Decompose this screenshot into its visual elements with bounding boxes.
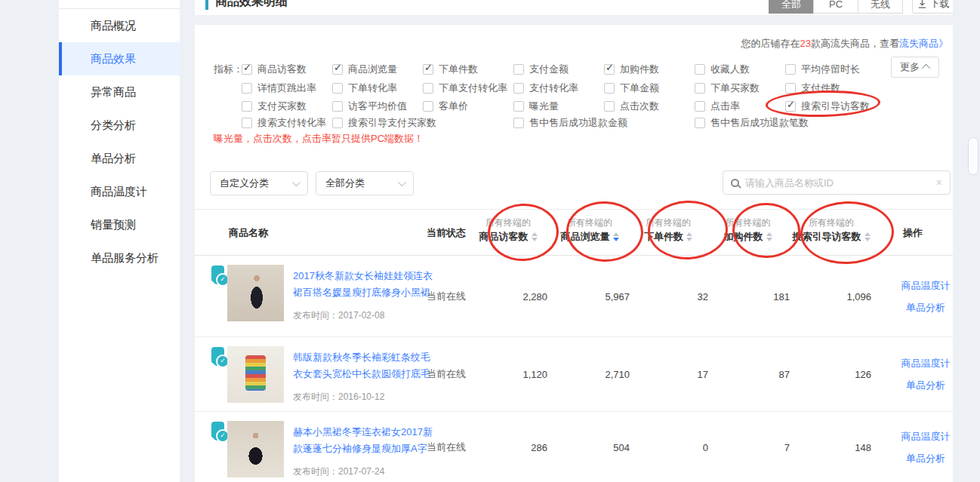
sidebar-item-category-analysis[interactable]: 分类分析 (59, 109, 180, 142)
checkbox-refund-amount[interactable] (513, 118, 524, 128)
col-header-pageviews[interactable]: 所有终端的 商品浏览量 (548, 216, 631, 244)
metric-item: 售中售后成功退款金额 (513, 116, 627, 130)
sort-arrows[interactable] (532, 232, 538, 241)
chevron-down-icon (292, 178, 300, 186)
sidebar-item-sales-forecast[interactable]: 销量预测 (59, 208, 180, 241)
checkbox-avg-stay-time[interactable] (785, 64, 796, 75)
more-button[interactable]: 更多 (891, 57, 939, 78)
sidebar-item-single-item-service[interactable]: 单品服务分析 (59, 241, 180, 275)
product-title-link[interactable]: 2017秋冬新款女长袖娃娃领连衣裙百搭名媛显瘦打底修身小黑裙 (293, 268, 433, 301)
metric-item: 搜索引导支付买家数 (332, 116, 436, 130)
app-root: 商品概况 商品效果 异常商品 分类分析 单品分析 商品温度计 销量预测 单品服务… (0, 0, 980, 482)
sort-arrows[interactable] (864, 232, 871, 241)
metric-label: 曝光量 (529, 100, 559, 113)
action-single-item-analysis[interactable]: 单品分析 (906, 300, 945, 314)
checkbox-pay-conversion[interactable] (513, 83, 524, 94)
checkbox-pay-buyers[interactable] (242, 101, 252, 112)
table-header: 商品名称 当前状态 所有终端的 商品访客数 所有终端的 商品浏览量 所有终端的 … (195, 209, 953, 256)
checkbox-product-visitors[interactable] (242, 64, 252, 75)
col-header-metric: 加购件数 (724, 229, 763, 244)
sidebar-item-product-thermometer[interactable]: 商品温度计 (59, 175, 180, 208)
metric-label: 下单买家数 (710, 81, 760, 95)
metric-item: 商品浏览量 (332, 63, 397, 76)
metric-item: 支付金额 (513, 63, 569, 76)
download-button[interactable]: 下载 (912, 0, 953, 14)
action-product-thermometer[interactable]: 商品温度计 (901, 429, 951, 443)
tab-all-terminals[interactable]: 全部 (769, 0, 814, 14)
checkbox-order-buyers[interactable] (695, 83, 705, 94)
loss-products-link[interactable]: 流失商品》 (899, 38, 948, 49)
sidebar-item-abnormal-products[interactable]: 异常商品 (59, 75, 180, 109)
product-title-link[interactable]: 赫本小黑裙冬季连衣裙女2017新款蓬蓬七分袖修身显瘦加厚A字 (293, 424, 433, 457)
publish-date-label: 发布时间： (293, 310, 338, 321)
all-category-select[interactable]: 全部分类 (316, 171, 414, 195)
custom-category-select[interactable]: 自定义分类 (210, 171, 308, 195)
scrollbar-thumb[interactable] (968, 137, 978, 175)
product-title-link[interactable]: 韩版新款秋冬季长袖彩虹条纹毛衣女套头宽松中长款圆领打底毛 (293, 349, 433, 382)
tab-wireless[interactable]: 无线 (858, 0, 903, 14)
checkbox-product-pageviews[interactable] (332, 64, 343, 75)
metric-label: 商品浏览量 (348, 63, 397, 76)
checkbox-detail-bounce-rate[interactable] (242, 83, 252, 94)
col-header-actions: 操作 (903, 226, 923, 240)
sidebar-item-product-overview[interactable]: 商品概况 (59, 9, 180, 42)
metric-item: 访客平均价值 (332, 100, 407, 113)
metric-label: 售中售后成功退款笔数 (710, 116, 809, 130)
product-search-box: × (723, 170, 951, 195)
checkbox-impressions[interactable] (513, 101, 524, 112)
checkbox-order-pay-conversion[interactable] (423, 83, 433, 94)
product-text: 赫本小黑裙冬季连衣裙女2017新款蓬蓬七分袖修身显瘦加厚A字 发布时间：2017… (293, 424, 433, 478)
col-header-search-guided-visitors[interactable]: 所有终端的 搜索引导访客数 (783, 216, 880, 244)
row-actions: 商品温度计 单品分析 (889, 357, 962, 392)
col-header-scope: 所有终端的 (809, 216, 854, 229)
checkbox-click-rate[interactable] (695, 101, 705, 112)
checkbox-order-conversion[interactable] (332, 83, 343, 94)
action-single-item-analysis[interactable]: 单品分析 (906, 451, 945, 465)
col-header-metric: 商品访客数 (479, 229, 529, 244)
checkbox-payment-amount[interactable] (513, 64, 524, 75)
checkbox-visitor-avg-value[interactable] (332, 101, 343, 112)
product-image[interactable] (227, 265, 284, 321)
sidebar-item-product-effect[interactable]: 商品效果 (59, 42, 180, 75)
checkbox-clicks[interactable] (604, 101, 615, 112)
metric-label: 支付件数 (801, 81, 840, 95)
checkbox-search-guided-visitors[interactable] (785, 101, 796, 112)
action-product-thermometer[interactable]: 商品温度计 (901, 278, 951, 292)
sort-arrows[interactable] (766, 232, 772, 241)
sidebar-item-single-item-analysis[interactable]: 单品分析 (59, 142, 180, 175)
col-header-visitors[interactable]: 所有终端的 商品访客数 (467, 216, 550, 244)
mobile-verified-icon (211, 422, 224, 438)
checkbox-search-pay-conversion[interactable] (242, 118, 252, 128)
clear-icon[interactable]: × (936, 177, 942, 189)
col-header-metric: 搜索引导访客数 (793, 229, 861, 244)
product-image[interactable] (227, 421, 284, 477)
publish-date-value: 2016-10-12 (338, 391, 384, 402)
sort-arrows-active-desc[interactable] (613, 232, 619, 241)
col-header-cart-adds[interactable]: 所有终端的 加购件数 (708, 216, 787, 244)
cell-cart-adds: 87 (714, 369, 790, 380)
search-input[interactable] (745, 177, 930, 189)
metric-item: 售中售后成功退款笔数 (695, 116, 809, 130)
loss-products-notice: 您的店铺存在23款高流失商品，查看流失商品》 (741, 37, 948, 51)
checkbox-order-amount[interactable] (604, 83, 615, 94)
checkbox-order-items[interactable] (423, 64, 433, 75)
checkbox-cart-adds[interactable] (604, 64, 615, 75)
checkbox-refund-count[interactable] (695, 118, 705, 128)
metric-item: 下单转化率 (332, 81, 397, 95)
checkbox-avg-order-value[interactable] (423, 101, 433, 112)
row-actions: 商品温度计 单品分析 (889, 278, 962, 314)
table-row: 韩版新款秋冬季长袖彩虹条纹毛衣女套头宽松中长款圆领打底毛 发布时间：2016-1… (195, 337, 953, 412)
checkbox-pay-items[interactable] (785, 83, 796, 94)
checkbox-search-guided-pay-buyers[interactable] (332, 118, 343, 128)
action-single-item-analysis[interactable]: 单品分析 (906, 379, 945, 392)
col-header-order-items[interactable]: 所有终端的 下单件数 (627, 216, 710, 244)
tab-pc[interactable]: PC (813, 0, 858, 14)
action-product-thermometer[interactable]: 商品温度计 (901, 357, 951, 370)
mobile-verified-icon (211, 266, 224, 282)
product-image[interactable] (227, 346, 284, 403)
publish-date: 发布时间：2016-10-12 (293, 391, 433, 404)
sidebar-menu: 商品概况 商品效果 异常商品 分类分析 单品分析 商品温度计 销量预测 单品服务… (59, 8, 180, 275)
sort-arrows[interactable] (686, 232, 692, 241)
checkbox-favorites[interactable] (695, 64, 705, 75)
metric-item: 下单买家数 (695, 81, 760, 95)
